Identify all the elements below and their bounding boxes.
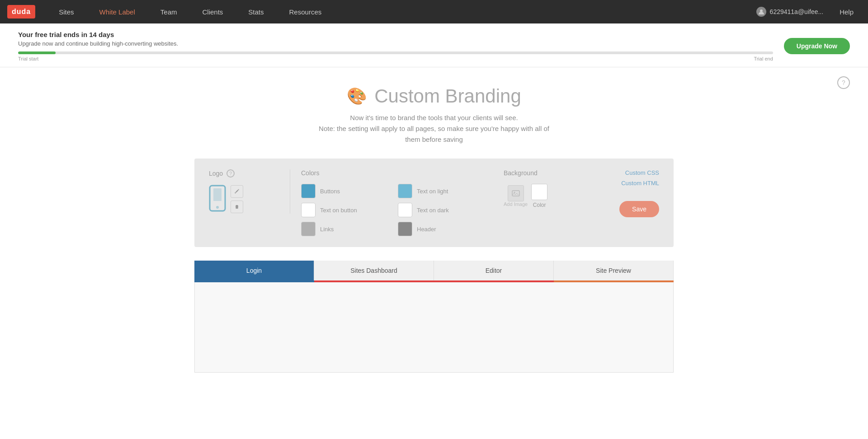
actions-section: Custom CSS Custom HTML Save (587, 169, 659, 217)
text-on-dark-color-row: Text on dark (398, 203, 486, 217)
trial-bar: Your free trial ends in 14 days Upgrade … (0, 23, 868, 67)
upgrade-button[interactable]: Upgrade Now (784, 38, 850, 54)
color-grid: Buttons Text on light Text on button Tex… (301, 184, 486, 236)
trial-labels: Trial start Trial end (18, 56, 773, 61)
logo-help-icon[interactable]: ? (226, 169, 235, 177)
header-color-row: Header (398, 222, 486, 236)
text-on-button-label: Text on button (320, 207, 357, 214)
nav-links: Sites White Label Team Clients Stats Res… (46, 0, 756, 23)
page-title: 🎨 Custom Branding (18, 85, 850, 107)
branding-panel: Logo ? (194, 159, 674, 247)
tab-login-btn[interactable]: Login (194, 261, 314, 280)
page-subtitle: Now it's time to brand the tools that yo… (18, 112, 850, 145)
buttons-label: Buttons (320, 188, 340, 195)
preview-section: Login Sites Dashboard Editor Site Previe… (194, 261, 674, 373)
buttons-color-row: Buttons (301, 184, 389, 198)
tab-login-bar (194, 280, 314, 282)
svg-rect-2 (213, 188, 222, 201)
svg-point-5 (514, 192, 515, 193)
nav-clients[interactable]: Clients (189, 0, 236, 23)
tab-site-preview: Site Preview (554, 261, 674, 282)
page-header: 🎨 Custom Branding Now it's time to brand… (18, 76, 850, 159)
colors-label: Colors (301, 169, 486, 177)
tab-preview-bar (554, 280, 674, 282)
palette-icon: 🎨 (347, 87, 367, 106)
page-sub-line3: them before saving (18, 134, 850, 145)
custom-html-link[interactable]: Custom HTML (621, 180, 659, 187)
bg-color-swatch[interactable] (531, 184, 547, 200)
trial-start-label: Trial start (18, 56, 38, 61)
tab-editor: Editor (434, 261, 554, 282)
buttons-swatch[interactable] (301, 184, 316, 198)
links-label: Links (320, 226, 334, 233)
background-section: Background Add Image Color (496, 169, 587, 208)
tab-editor-btn[interactable]: Editor (434, 261, 554, 280)
duda-logo: duda (7, 5, 35, 19)
page-title-text: Custom Branding (374, 85, 521, 107)
page-sub-line2: Note: the setting will apply to all page… (18, 123, 850, 134)
text-on-dark-label: Text on dark (417, 207, 449, 214)
logo-section: Logo ? (209, 169, 290, 214)
custom-css-link[interactable]: Custom CSS (625, 169, 659, 176)
tab-sites-btn[interactable]: Sites Dashboard (314, 261, 434, 280)
text-on-light-swatch[interactable] (398, 184, 412, 198)
trial-end-label: Trial end (754, 56, 773, 61)
tab-sites-dashboard: Sites Dashboard (314, 261, 434, 282)
background-label: Background (504, 169, 580, 177)
tab-login: Login (194, 261, 314, 282)
help-circle-icon[interactable]: ? (837, 76, 850, 89)
logo-row (209, 185, 279, 214)
tab-sites-bar (314, 280, 434, 282)
tab-editor-bar (434, 280, 554, 282)
main-content: ? 🎨 Custom Branding Now it's time to bra… (0, 67, 868, 382)
nav-white-label[interactable]: White Label (87, 0, 148, 23)
logo-delete-button[interactable] (231, 201, 243, 213)
bg-controls: Add Image Color (504, 184, 580, 208)
save-button[interactable]: Save (619, 201, 659, 217)
trial-row: Your free trial ends in 14 days Upgrade … (18, 31, 850, 61)
text-on-dark-swatch[interactable] (398, 203, 412, 217)
header-swatch[interactable] (398, 222, 412, 236)
phone-icon (209, 185, 226, 214)
user-email: 6229411a@uifee... (770, 8, 824, 15)
logo-label: Logo ? (209, 169, 279, 177)
nav-user[interactable]: 6229411a@uifee... (756, 7, 824, 17)
tab-preview-btn[interactable]: Site Preview (554, 261, 674, 280)
preview-content (194, 282, 674, 373)
text-on-button-swatch[interactable] (301, 203, 316, 217)
trial-progress-section: Your free trial ends in 14 days Upgrade … (18, 31, 773, 61)
nav-sites[interactable]: Sites (46, 0, 86, 23)
text-on-light-color-row: Text on light (398, 184, 486, 198)
svg-point-3 (216, 206, 219, 209)
bg-add-image[interactable]: Add Image (504, 185, 528, 207)
nav-team[interactable]: Team (148, 0, 190, 23)
colors-section: Colors Buttons Text on light Text on but… (290, 169, 496, 236)
trial-progress-bar (18, 51, 773, 54)
branding-grid: Logo ? (209, 169, 659, 236)
nav-resources[interactable]: Resources (277, 0, 335, 23)
logo-edit-button[interactable] (231, 185, 243, 198)
nav-stats[interactable]: Stats (236, 0, 276, 23)
links-color-row: Links (301, 222, 389, 236)
tabs-row: Login Sites Dashboard Editor Site Previe… (194, 261, 674, 282)
bg-add-swatch (508, 185, 524, 201)
nav-right: 6229411a@uifee... Help (756, 7, 861, 17)
page-sub-line1: Now it's time to brand the tools that yo… (18, 112, 850, 123)
trial-subtitle: Upgrade now and continue building high-c… (18, 40, 773, 47)
links-swatch[interactable] (301, 222, 316, 236)
bg-add-label: Add Image (504, 201, 528, 207)
trial-title: Your free trial ends in 14 days (18, 31, 773, 38)
text-on-light-label: Text on light (417, 188, 448, 195)
bg-color-label: Color (533, 202, 546, 208)
text-on-button-color-row: Text on button (301, 203, 389, 217)
header-label: Header (417, 226, 436, 233)
user-avatar-icon (756, 7, 766, 17)
nav-help[interactable]: Help (832, 8, 861, 16)
trial-progress-fill (18, 51, 56, 54)
navigation: duda Sites White Label Team Clients Stat… (0, 0, 868, 23)
